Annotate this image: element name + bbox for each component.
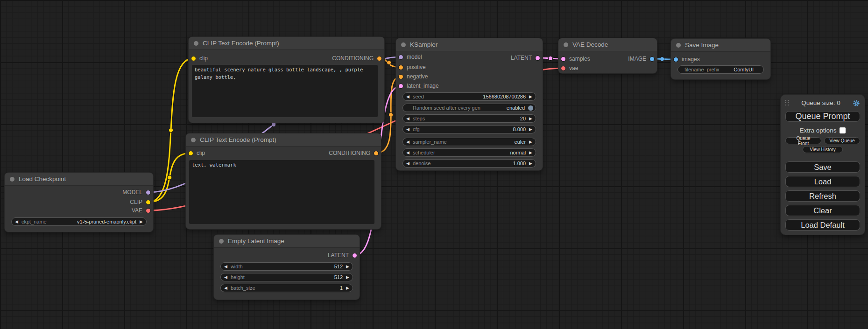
widget-label: steps <box>413 116 520 121</box>
port-clip-input[interactable] <box>189 151 193 155</box>
node-titlebar[interactable]: Save Image <box>671 39 770 52</box>
port-vae-input[interactable] <box>561 66 565 70</box>
increment-arrow-icon[interactable]: ▶ <box>529 127 532 132</box>
positive-prompt-textarea[interactable]: beautiful scenery nature glass bottle la… <box>192 65 378 117</box>
node-titlebar[interactable]: KSampler <box>396 38 543 51</box>
widget-sampler-name[interactable]: ◀ sampler_name euler ▶ <box>402 138 536 146</box>
view-history-button[interactable]: View History <box>803 146 843 153</box>
port-samples-input[interactable] <box>561 57 565 61</box>
node-titlebar[interactable]: Empty Latent Image <box>214 235 360 248</box>
widget-batch-size[interactable]: ◀ batch_size 1 ▶ <box>220 284 353 292</box>
input-label-negative: negative <box>407 73 428 80</box>
widget-label: scheduler <box>413 150 510 155</box>
toggle-dot-icon[interactable] <box>528 105 533 111</box>
increment-arrow-icon[interactable]: ▶ <box>529 151 532 155</box>
widget-value: 156680208700286 <box>483 94 526 99</box>
port-model-output[interactable] <box>146 190 150 195</box>
clear-button[interactable]: Clear <box>785 205 860 216</box>
node-vae-decode[interactable]: VAE Decode samples vae IMAGE <box>558 38 657 73</box>
increment-arrow-icon[interactable]: ▶ <box>346 286 349 290</box>
widget-seed[interactable]: ◀ seed 156680208700286 ▶ <box>402 92 536 101</box>
widget-value: 512 <box>334 264 343 269</box>
port-negative-input[interactable] <box>399 75 403 79</box>
node-title: Load Checkpoint <box>19 175 66 182</box>
node-empty-latent-image[interactable]: Empty Latent Image LATENT ◀ width 512 ▶ … <box>214 235 360 300</box>
increment-arrow-icon[interactable]: ▶ <box>529 140 532 144</box>
widget-random-seed-toggle[interactable]: Random seed after every gen enabled <box>402 104 536 112</box>
decrement-arrow-icon[interactable]: ◀ <box>224 286 227 290</box>
decrement-arrow-icon[interactable]: ◀ <box>15 220 18 224</box>
increment-arrow-icon[interactable]: ▶ <box>346 275 349 280</box>
node-titlebar[interactable]: VAE Decode <box>558 38 657 51</box>
increment-arrow-icon[interactable]: ▶ <box>529 117 532 121</box>
collapse-dot-icon[interactable] <box>564 42 568 47</box>
collapse-dot-icon[interactable] <box>194 41 198 46</box>
decrement-arrow-icon[interactable]: ◀ <box>406 95 409 99</box>
port-latent-image-input[interactable] <box>399 84 403 88</box>
collapse-dot-icon[interactable] <box>10 177 14 182</box>
increment-arrow-icon[interactable]: ▶ <box>140 220 143 224</box>
port-images-input[interactable] <box>674 57 678 62</box>
decrement-arrow-icon[interactable]: ◀ <box>224 265 227 269</box>
output-label-latent: LATENT <box>511 55 532 61</box>
widget-label: height <box>231 274 334 280</box>
decrement-arrow-icon[interactable]: ◀ <box>406 140 409 144</box>
queue-front-button[interactable]: Queue Front <box>785 137 821 144</box>
extra-options-checkbox[interactable] <box>840 127 846 133</box>
negative-prompt-textarea[interactable]: text, watermark <box>189 160 374 224</box>
decrement-arrow-icon[interactable]: ◀ <box>406 117 409 121</box>
load-default-button[interactable]: Load Default <box>785 219 860 231</box>
node-titlebar[interactable]: CLIP Text Encode (Prompt) <box>189 37 384 50</box>
decrement-arrow-icon[interactable]: ◀ <box>224 275 227 280</box>
port-latent-output[interactable] <box>353 253 357 258</box>
port-positive-input[interactable] <box>399 65 403 70</box>
collapse-dot-icon[interactable] <box>191 138 196 142</box>
widget-height[interactable]: ◀ height 512 ▶ <box>220 273 353 281</box>
increment-arrow-icon[interactable]: ▶ <box>529 161 532 166</box>
port-clip-input[interactable] <box>191 56 196 61</box>
node-titlebar[interactable]: CLIP Text Encode (Prompt) <box>186 133 381 147</box>
port-latent-output[interactable] <box>536 56 540 60</box>
increment-arrow-icon[interactable]: ▶ <box>529 95 532 99</box>
widget-filename-prefix[interactable]: filename_prefix ComfyUI <box>677 65 764 74</box>
increment-arrow-icon[interactable]: ▶ <box>346 265 349 269</box>
extra-options-label: Extra options <box>800 127 837 134</box>
queue-prompt-button[interactable]: Queue Prompt <box>785 111 860 122</box>
collapse-dot-icon[interactable] <box>676 43 681 48</box>
decrement-arrow-icon[interactable]: ◀ <box>406 127 409 132</box>
node-clip-text-encode-positive[interactable]: CLIP Text Encode (Prompt) clip CONDITION… <box>189 37 384 123</box>
load-button[interactable]: Load <box>785 176 860 187</box>
port-clip-output[interactable] <box>146 200 150 204</box>
node-title: KSampler <box>410 41 438 48</box>
output-label-image: IMAGE <box>628 56 646 62</box>
node-clip-text-encode-negative[interactable]: CLIP Text Encode (Prompt) clip CONDITION… <box>186 133 381 229</box>
node-save-image[interactable]: Save Image images filename_prefix ComfyU… <box>671 39 770 79</box>
widget-scheduler[interactable]: ◀ scheduler normal ▶ <box>402 148 536 157</box>
refresh-button[interactable]: Refresh <box>785 190 860 202</box>
widget-value: ComfyUI <box>734 67 754 72</box>
port-image-output[interactable] <box>650 57 654 61</box>
widget-denoise[interactable]: ◀ denoise 1.000 ▶ <box>402 159 536 168</box>
node-ksampler[interactable]: KSampler model positive negative latent_… <box>396 38 543 170</box>
widget-width[interactable]: ◀ width 512 ▶ <box>220 262 353 271</box>
collapse-dot-icon[interactable] <box>219 239 224 244</box>
view-queue-button[interactable]: View Queue <box>824 137 860 144</box>
widget-value: 1.000 <box>513 161 526 166</box>
port-model-input[interactable] <box>399 55 403 59</box>
decrement-arrow-icon[interactable]: ◀ <box>406 161 409 166</box>
drag-handle-icon[interactable] <box>785 100 789 106</box>
collapse-dot-icon[interactable] <box>401 42 406 47</box>
widget-cfg[interactable]: ◀ cfg 8.000 ▶ <box>402 125 536 133</box>
port-conditioning-output[interactable] <box>374 151 378 155</box>
port-conditioning-output[interactable] <box>377 56 381 61</box>
widget-steps[interactable]: ◀ steps 20 ▶ <box>402 114 536 123</box>
node-titlebar[interactable]: Load Checkpoint <box>5 173 153 186</box>
node-load-checkpoint[interactable]: Load Checkpoint MODEL CLIP VAE ◀ ckpt_na… <box>5 173 153 232</box>
widget-value: 512 <box>334 274 343 280</box>
widget-ckpt-name[interactable]: ◀ ckpt_name v1-5-pruned-emaonly.ckpt ▶ <box>11 217 147 226</box>
settings-gear-icon[interactable] <box>853 99 860 107</box>
port-vae-output[interactable] <box>146 209 150 213</box>
save-button[interactable]: Save <box>785 161 860 173</box>
link-dot <box>271 122 275 126</box>
decrement-arrow-icon[interactable]: ◀ <box>406 151 409 155</box>
